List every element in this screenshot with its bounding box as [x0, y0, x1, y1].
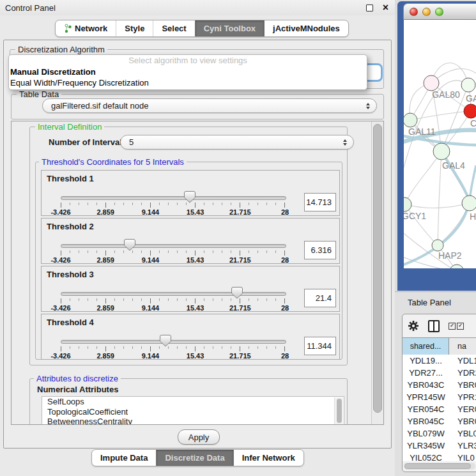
network-window[interactable]: GAL80GACGAL11GAL4GCY1HHAP2	[403, 3, 476, 288]
network-node-gcy1[interactable]	[404, 197, 411, 211]
slider-thumb[interactable]	[160, 335, 171, 347]
threshold-slider[interactable]: -3.4262.8599.14415.4321.71528	[61, 288, 285, 310]
tab-cyni-toolbox[interactable]: Cyni Toolbox	[195, 20, 264, 36]
table-row[interactable]: YDL19...YDL1	[403, 355, 476, 367]
cell-name[interactable]: YBL0	[449, 427, 476, 440]
select-columns-icon[interactable]: ✓✓	[449, 323, 464, 330]
table-row[interactable]: YLR345WYLR3	[403, 440, 476, 452]
cell-name[interactable]: YER0	[449, 403, 476, 415]
num-intervals-combobox[interactable]: 5	[120, 135, 354, 150]
network-node-ga[interactable]	[461, 78, 475, 92]
table-row[interactable]: YPR145WYPR1	[403, 391, 476, 403]
cell-shared-name[interactable]: YBL079W	[403, 427, 449, 440]
num-intervals-value: 5	[129, 137, 134, 147]
cell-shared-name[interactable]: YER054C	[403, 403, 449, 415]
threshold-value-field[interactable]: 21.4	[304, 289, 336, 307]
network-node-gal4[interactable]	[433, 143, 450, 160]
tick-label: 21.715	[229, 208, 251, 216]
slider-track[interactable]	[61, 196, 286, 200]
cell-shared-name[interactable]: YBR045C	[403, 415, 449, 427]
close-icon[interactable]: ×	[383, 1, 388, 14]
tab-jactivemnodules[interactable]: jActiveMNodules	[264, 20, 348, 36]
cell-shared-name[interactable]: YIL052C	[403, 452, 449, 461]
network-node-gal11[interactable]	[404, 113, 417, 127]
slider-thumb[interactable]	[184, 191, 196, 203]
threshold-label: Threshold 1	[47, 174, 94, 183]
tick-label: 2.859	[96, 208, 114, 216]
tab-style[interactable]: Style	[116, 20, 153, 36]
gear-icon[interactable]	[408, 320, 419, 332]
slider-track[interactable]	[61, 244, 286, 248]
table-row[interactable]: YBR045CYBR0	[403, 415, 476, 427]
cell-shared-name[interactable]: YBR043C	[403, 379, 449, 391]
network-node-c[interactable]	[464, 104, 476, 118]
bottom-tab-infer-network[interactable]: Infer Network	[233, 450, 303, 466]
tick-label: 9.144	[142, 256, 160, 264]
network-node-hap2[interactable]	[432, 240, 443, 251]
cell-name[interactable]: YIL0	[449, 452, 476, 461]
scrollbar-thumb[interactable]	[373, 124, 382, 413]
threshold-slider[interactable]: -3.4262.8599.14415.4321.71528	[61, 240, 285, 262]
network-node-h[interactable]	[462, 196, 476, 211]
cell-shared-name[interactable]: YLR345W	[403, 440, 449, 452]
close-window-icon[interactable]	[410, 8, 418, 16]
interval-definition-group: Interval Definition Number of Intervals …	[29, 127, 348, 365]
list-scrollbar[interactable]	[334, 397, 343, 425]
horizontal-scrollbar[interactable]	[404, 463, 475, 470]
slider-track[interactable]	[61, 292, 286, 296]
column-header-shared-name[interactable]: shared...	[403, 338, 449, 355]
table-row[interactable]: YDR27...YDR2	[403, 367, 476, 379]
zoom-window-icon[interactable]	[435, 8, 443, 16]
algorithm-option-equal-width-frequency-discretization[interactable]: Equal Width/Frequency Discretization	[9, 77, 367, 88]
cell-shared-name[interactable]: YPR145W	[403, 391, 449, 403]
network-node[interactable]	[450, 265, 464, 268]
network-node-label: GA	[466, 93, 476, 104]
cell-name[interactable]: YBR0	[449, 415, 476, 427]
tick-label: 15.43	[187, 208, 204, 216]
attribute-item-betweennesscentrality[interactable]: BetweennessCentrality	[42, 417, 344, 425]
threshold-value-field[interactable]: 11.344	[304, 337, 336, 355]
cell-name[interactable]: YPR1	[449, 391, 476, 403]
bottom-tab-discretize-data[interactable]: Discretize Data	[156, 450, 233, 466]
cell-name[interactable]: YDR2	[449, 367, 476, 379]
network-node-gal80[interactable]	[424, 75, 439, 91]
cell-shared-name[interactable]: YDR27...	[403, 367, 449, 379]
cell-name[interactable]: YDL1	[449, 355, 476, 367]
slider-track[interactable]	[61, 340, 286, 344]
table-row[interactable]: YER054CYER0	[403, 403, 476, 415]
network-window-titlebar[interactable]	[403, 3, 476, 20]
scrollbar-thumb[interactable]	[404, 463, 471, 469]
table-row[interactable]: YBR043CYBR0	[403, 379, 476, 391]
cell-name[interactable]: YBR0	[449, 379, 476, 391]
apply-button[interactable]: Apply	[178, 429, 220, 445]
tab-network[interactable]: Network	[56, 20, 116, 36]
algorithm-option-manual-discretization[interactable]: Manual Discretization	[9, 66, 367, 77]
tab-select[interactable]: Select	[153, 20, 194, 36]
tick-label: 28	[281, 208, 289, 216]
vertical-scrollbar[interactable]	[371, 121, 383, 424]
slider-thumb[interactable]	[231, 287, 243, 299]
table-row[interactable]: YIL052CYIL0	[403, 452, 476, 461]
threshold-slider[interactable]: -3.4262.8599.14415.4321.71528	[61, 336, 285, 358]
attribute-list[interactable]: SelfLoopsTopologicalCoefficientBetweenne…	[42, 396, 344, 425]
float-panel-icon[interactable]	[366, 4, 373, 12]
bottom-tab-impute-data[interactable]: Impute Data	[92, 450, 156, 466]
attribute-item-topologicalcoefficient[interactable]: TopologicalCoefficient	[42, 407, 344, 417]
network-icon	[64, 24, 72, 33]
network-node-label: C	[470, 118, 476, 128]
table-data-combobox[interactable]: galFiltered.sif default node	[42, 98, 377, 113]
cell-shared-name[interactable]: YDL19...	[403, 355, 449, 367]
columns-icon[interactable]	[428, 320, 440, 332]
table-row[interactable]: YBL079WYBL0	[403, 427, 476, 440]
minimize-window-icon[interactable]	[422, 8, 431, 16]
slider-ticks	[61, 346, 285, 351]
threshold-value-field[interactable]: 14.713	[304, 193, 336, 211]
threshold-panel-4: Threshold 4-3.4262.8599.14415.4321.71528…	[41, 314, 340, 360]
network-canvas[interactable]: GAL80GACGAL11GAL4GCY1HHAP2	[404, 20, 476, 268]
slider-thumb[interactable]	[124, 239, 135, 251]
threshold-value-field[interactable]: 6.316	[304, 241, 336, 259]
cell-name[interactable]: YLR3	[449, 440, 476, 452]
column-header-name[interactable]: na	[449, 338, 476, 355]
threshold-slider[interactable]: -3.4262.8599.14415.4321.71528	[61, 192, 285, 214]
attribute-item-selfloops[interactable]: SelfLoops	[42, 397, 344, 407]
